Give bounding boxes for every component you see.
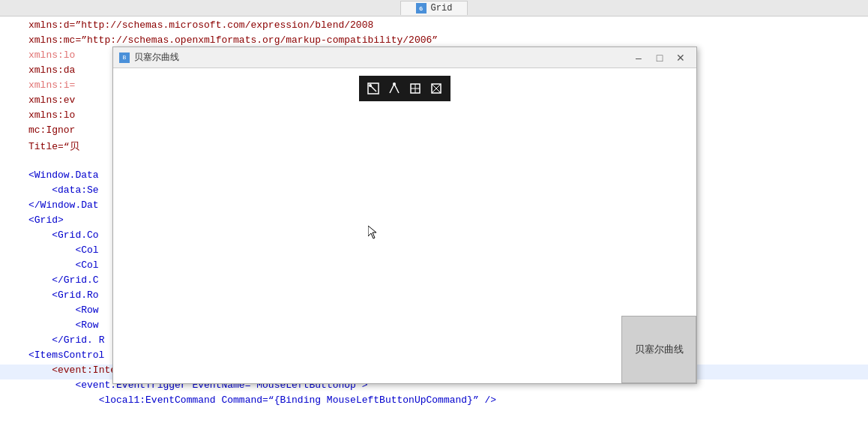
bezier-tool-icon-4 (430, 82, 442, 94)
tab-grid[interactable]: G Grid (400, 1, 468, 15)
window-body: 贝塞尔曲线 (113, 68, 696, 383)
tool-btn-3[interactable] (406, 79, 425, 98)
tool-btn-1[interactable] (364, 79, 383, 98)
bezier-tool-icon-2 (388, 82, 400, 94)
code-line: xmlns:d=”http://schemas.microsoft.com/ex… (0, 20, 868, 34)
window-title: 贝塞尔曲线 (134, 51, 624, 64)
bezier-window: B 贝塞尔曲线 – □ ✕ (112, 46, 697, 384)
cursor-arrow (368, 226, 377, 239)
svg-marker-10 (368, 226, 376, 238)
svg-point-3 (393, 82, 396, 86)
window-icon: B (119, 52, 130, 63)
window-maximize-button[interactable]: □ (650, 50, 669, 65)
tab-grid-label: Grid (431, 3, 453, 14)
svg-point-2 (369, 84, 372, 87)
bezier-tool-icon-1 (367, 82, 379, 94)
window-controls: – □ ✕ (629, 50, 690, 65)
window-titlebar: B 贝塞尔曲线 – □ ✕ (113, 47, 696, 68)
code-editor: G Grid xmlns:d=”http://schemas.microsoft… (0, 0, 868, 426)
tab-grid-icon: G (416, 3, 427, 14)
tab-bar: G Grid (0, 0, 868, 16)
tool-btn-4[interactable] (427, 79, 446, 98)
code-line: <local1:EventCommand Command=“{Binding M… (0, 394, 868, 410)
window-close-button[interactable]: ✕ (671, 50, 690, 65)
bezier-label-box: 贝塞尔曲线 (621, 316, 696, 383)
tool-btn-2[interactable] (385, 79, 404, 98)
window-minimize-button[interactable]: – (629, 50, 648, 65)
bezier-toolbar (359, 76, 450, 101)
bezier-label-text: 贝塞尔曲线 (635, 343, 684, 356)
bezier-tool-icon-3 (409, 82, 421, 94)
